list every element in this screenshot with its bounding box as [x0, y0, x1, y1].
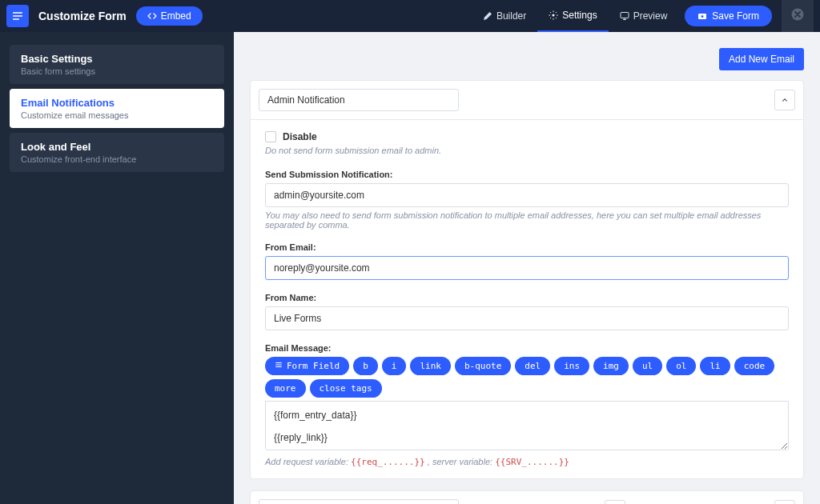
email-message-label: Email Message: — [265, 343, 789, 353]
nav-settings[interactable]: Settings — [537, 0, 608, 32]
sidebar-item-basic-settings[interactable]: Basic Settings Basic form settings — [10, 45, 224, 84]
from-email-input[interactable] — [265, 256, 789, 280]
sidebar-item-email-notifications[interactable]: Email Notifications Customize email mess… — [10, 89, 224, 128]
email-panel-admin: Disable Do not send form submission emai… — [250, 80, 804, 479]
menu-icon — [275, 361, 283, 371]
toolbar-bquote[interactable]: b-quote — [455, 357, 511, 375]
toolbar-code[interactable]: code — [734, 357, 775, 375]
email-message-textarea[interactable] — [265, 401, 789, 450]
delete-button[interactable] — [605, 500, 625, 504]
email-title-input[interactable] — [259, 89, 459, 111]
svg-rect-1 — [621, 13, 629, 18]
toolbar-ins[interactable]: ins — [554, 357, 589, 375]
collapse-button[interactable] — [774, 90, 795, 110]
toolbar-closetags[interactable]: close tags — [310, 379, 382, 398]
monitor-icon — [620, 11, 629, 21]
toolbar-more[interactable]: more — [265, 379, 306, 398]
chevron-up-icon — [781, 93, 789, 107]
toolbar-ol[interactable]: ol — [666, 357, 696, 375]
toolbar-img[interactable]: img — [593, 357, 629, 375]
toolbar-del[interactable]: del — [515, 357, 550, 375]
page-title: Customize Form — [38, 10, 127, 22]
expand-button[interactable] — [774, 500, 795, 504]
close-button[interactable] — [782, 0, 814, 32]
close-icon — [790, 7, 805, 25]
tools-icon — [483, 11, 492, 21]
email-title-input[interactable] — [259, 499, 459, 504]
sidebar-item-look-and-feel[interactable]: Look and Feel Customize front-end interf… — [10, 133, 224, 172]
toolbar-b[interactable]: b — [353, 357, 378, 375]
nav-preview[interactable]: Preview — [609, 0, 679, 32]
from-name-input[interactable] — [265, 306, 789, 330]
embed-button[interactable]: Embed — [136, 6, 203, 26]
topbar: Customize Form Embed Builder Settings Pr… — [0, 0, 820, 32]
content-area: Add New Email Disable Do not send form s… — [234, 32, 820, 504]
panel-header — [251, 491, 803, 504]
panel-header — [251, 81, 803, 120]
from-email-label: From Email: — [265, 242, 789, 252]
send-to-label: Send Submission Notification: — [265, 170, 789, 179]
toolbar-li[interactable]: li — [700, 357, 730, 375]
svg-point-0 — [553, 14, 555, 17]
variable-hint: Add request variable: {{req_......}} , s… — [265, 457, 789, 467]
disable-hint: Do not send form submission email to adm… — [265, 146, 789, 155]
sidebar: Basic Settings Basic form settings Email… — [0, 32, 234, 504]
app-logo — [6, 5, 29, 27]
save-form-button[interactable]: Save Form — [685, 6, 772, 26]
gear-icon — [549, 10, 558, 20]
disable-label: Disable — [283, 131, 317, 142]
toolbar-form-field[interactable]: Form Field — [265, 357, 349, 375]
disable-checkbox[interactable] — [265, 131, 276, 142]
send-to-input[interactable] — [265, 183, 789, 207]
code-icon — [147, 11, 157, 21]
from-name-label: From Name: — [265, 293, 789, 302]
toolbar-link[interactable]: link — [410, 357, 451, 375]
add-new-email-button[interactable]: Add New Email — [719, 48, 804, 70]
toolbar-i[interactable]: i — [382, 357, 407, 375]
email-panel-user — [250, 490, 804, 504]
nav-builder[interactable]: Builder — [472, 0, 537, 32]
toolbar-ul[interactable]: ul — [633, 357, 662, 375]
send-to-hint: You may also need to send form submissio… — [265, 210, 789, 230]
save-icon — [697, 11, 707, 21]
editor-toolbar: Form Field b i link b-quote del ins img … — [265, 357, 789, 398]
main: Basic Settings Basic form settings Email… — [0, 32, 820, 504]
